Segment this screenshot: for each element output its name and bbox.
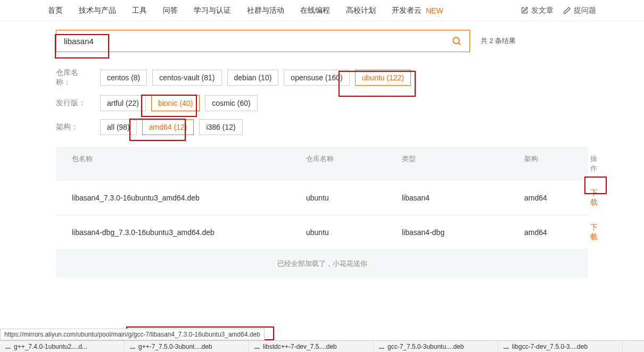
browser-tab[interactable]: g++_7.4.0-1ubuntu2....d... [0,341,125,352]
search-input[interactable] [64,30,451,52]
filter-dist-row: 发行版： artful (22) bionic (40) cosmic (60) [56,95,588,111]
header-arch: 架构 [524,154,590,173]
nav-home[interactable]: 首页 [48,6,63,15]
header-type: 类型 [402,154,524,173]
browser-tab[interactable]: libstdc++-7-dev_7.5....deb [249,341,374,352]
nav-online-coding[interactable]: 在线编程 [300,6,330,15]
filter-tag-centos-vault[interactable]: centos-vault (81) [152,70,221,86]
cell-repo: ubuntu [306,194,402,202]
filter-tag-all[interactable]: all (98) [100,119,137,135]
search-icon[interactable] [451,36,462,46]
filter-tag-bionic[interactable]: bionic (40) [151,95,200,111]
browser-tab[interactable]: g++-7_7.5.0-3ubunt....deb [125,341,249,352]
nav-new-badge: NEW [426,6,443,15]
filter-dist-label: 发行版： [56,98,92,108]
cell-repo: ubuntu [306,228,402,237]
header-op: 操作 [590,154,597,173]
filter-tag-centos[interactable]: centos (8) [100,70,147,86]
status-bar-url: https://mirrors.aliyun.com/ubuntu/pool/m… [0,329,265,340]
nav-community[interactable]: 社群与活动 [247,6,284,15]
pencil-icon [563,6,571,14]
nav-qa[interactable]: 问答 [163,6,178,15]
cell-arch: amd64 [524,228,590,237]
table-header: 包名称 仓库名称 类型 架构 操作 [56,147,588,181]
download-link[interactable]: 下载 [590,188,598,207]
filter-tag-ubuntu[interactable]: ubuntu (122) [355,70,411,86]
filter-tag-opensuse[interactable]: opensuse (160) [284,70,349,86]
filter-repo-label: 仓库名称： [56,68,92,87]
filter-tag-cosmic[interactable]: cosmic (60) [205,95,257,111]
results-table: 包名称 仓库名称 类型 架构 操作 libasan4_7.3.0-16ubunt… [56,147,588,278]
nav-tools[interactable]: 工具 [132,6,147,15]
svg-line-1 [458,43,460,45]
nav-tech[interactable]: 技术与产品 [79,6,116,15]
edit-icon [521,6,529,14]
filter-tag-amd64[interactable]: amd64 (12) [142,119,194,135]
search-bar [56,30,470,52]
filter-tag-i386[interactable]: i386 (12) [199,119,242,135]
header-name: 包名称 [72,154,306,173]
write-article-button[interactable]: 发文章 [521,6,554,15]
cell-type: libasan4-dbg [402,228,524,237]
browser-tab[interactable]: libgcc-7-dev_7.5.0-3....deb [498,341,623,352]
cell-name: libasan4_7.3.0-16ubuntu3_amd64.deb [72,194,306,202]
download-link[interactable]: 下载 [590,223,598,242]
cell-name: libasan4-dbg_7.3.0-16ubuntu3_amd64.deb [72,228,306,237]
browser-tab[interactable]: gcc-7_7.5.0-3ubuntu....deb [374,341,498,352]
filter-arch-row: 架构： all (98) amd64 (12) i386 (12) [56,119,588,135]
filter-tag-artful[interactable]: artful (22) [100,95,146,111]
filter-arch-label: 架构： [56,122,92,132]
svg-point-0 [453,37,459,44]
nav-dev-cloud[interactable]: 开发者云 [392,6,422,15]
top-nav: 首页 技术与产品 工具 问答 学习与认证 社群与活动 在线编程 高校计划 开发者… [0,0,644,21]
cell-type: libasan4 [402,194,524,202]
loaded-message: 已经全部加载了，小花花送你 [56,250,588,278]
table-row: libasan4-dbg_7.3.0-16ubuntu3_amd64.deb u… [56,215,588,250]
browser-download-tabs: g++_7.4.0-1ubuntu2....d... g++-7_7.5.0-3… [0,340,644,352]
nav-edu[interactable]: 高校计划 [346,6,376,15]
nav-learn[interactable]: 学习与认证 [194,6,231,15]
filter-repo-row: 仓库名称： centos (8) centos-vault (81) debia… [56,68,588,87]
ask-question-button[interactable]: 提问题 [563,6,596,15]
result-count: 共 2 条结果 [481,36,516,46]
header-repo: 仓库名称 [306,154,402,173]
filter-tag-debian[interactable]: debian (10) [227,70,279,86]
cell-arch: amd64 [524,194,590,202]
table-row: libasan4_7.3.0-16ubuntu3_amd64.deb ubunt… [56,181,588,215]
